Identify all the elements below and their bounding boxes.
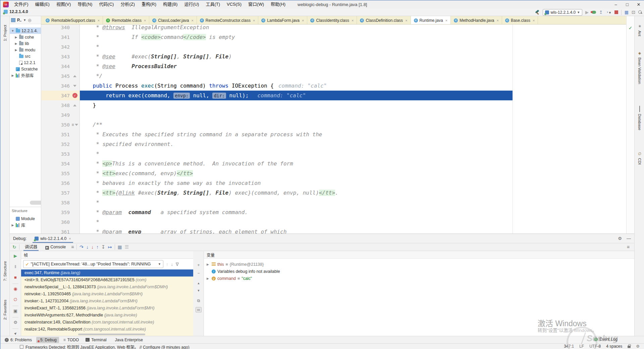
gutter-cell[interactable]: 344	[41, 61, 80, 71]
drop-frame-icon[interactable]: ↧	[101, 245, 105, 249]
tool-stripe-project[interactable]: 1: Project	[3, 25, 7, 41]
gear-icon[interactable]: ⚙	[636, 344, 640, 349]
step-over-icon[interactable]: ↷	[79, 245, 84, 249]
gutter-marker[interactable]	[70, 75, 80, 77]
menu-item[interactable]: 工具(T)	[202, 0, 223, 8]
breadcrumb[interactable]: 12.2.1.4.0	[4, 9, 28, 14]
frames-variables-splitter[interactable]: + − ▲ ▼ ⧉ ∞	[193, 251, 204, 336]
stack-frame[interactable]: createInstance:149, ClassDefinition (com…	[21, 319, 193, 326]
debug-settings-icon[interactable]: ⚙	[618, 236, 622, 241]
code-line-342[interactable]: 342 *	[41, 42, 626, 52]
tool-stripe-bean-validation[interactable]: ◈Bean Validation	[635, 50, 644, 84]
structure-item-Module[interactable]: Module	[10, 215, 41, 222]
menu-item[interactable]: 运行(U)	[181, 0, 202, 8]
evaluate-icon[interactable]: ▦	[118, 245, 122, 249]
code-editor[interactable]: 340 * @throws IllegalArgumentException34…	[41, 24, 626, 234]
close-icon[interactable]: ×	[496, 18, 498, 22]
tool-stripe-ant[interactable]: ✳Ant	[635, 23, 644, 36]
maximize-button[interactable]: □	[622, 0, 633, 8]
code-line-350[interactable]: 350≡ /**	[41, 120, 626, 130]
locate-icon[interactable]: ◎	[28, 18, 31, 22]
gutter-cell[interactable]: 349	[41, 110, 80, 120]
code-line-353[interactable]: 353 *	[41, 149, 626, 159]
tree-item-src[interactable]: src	[10, 53, 41, 59]
gutter-cell[interactable]: 352	[41, 139, 80, 149]
run-config-select[interactable]: wls-12.2.1.4.0 ▼	[543, 9, 582, 16]
tool-button-6-problems[interactable]: !6: Problems	[2, 337, 34, 343]
close-icon[interactable]: ×	[533, 18, 535, 22]
structure-item-库[interactable]: ▶库	[10, 222, 41, 228]
menu-item[interactable]: 重构(R)	[138, 0, 160, 8]
menu-item[interactable]: 视图(V)	[53, 0, 74, 8]
file-tab-RemoteConstructor.class[interactable]: CRemoteConstructor.class×	[197, 16, 259, 24]
variable-row[interactable]: ▶this = {Runtime@21138}	[204, 261, 634, 268]
debug-session-tab[interactable]: wls-12.2.1.4.0 ×	[33, 234, 73, 243]
tool-stripe-favorites[interactable]: 2: Favorites	[3, 300, 7, 320]
tab-console[interactable]: ▶Console	[43, 243, 68, 251]
prev-frame-icon[interactable]: ↑	[166, 262, 168, 267]
tree-scrollbar[interactable]	[30, 201, 41, 205]
menu-item[interactable]: 帮助(H)	[267, 0, 289, 8]
file-tab-MethodHandle.java[interactable]: CMethodHandle.java×	[451, 16, 502, 24]
tool-button-java-enterprise[interactable]: Java Enterprise	[111, 337, 145, 343]
code-line-341[interactable]: 341 * If <code>command</code> is empty	[41, 32, 626, 42]
tool-stripe-structure[interactable]: 7: Structure	[3, 261, 7, 281]
menu-item[interactable]: 分析(Z)	[117, 0, 138, 8]
scroll-up-icon[interactable]: ▲	[193, 282, 204, 285]
code-line-354[interactable]: 354 * <p>This is a convenience method. A…	[41, 159, 626, 168]
close-icon[interactable]: ×	[352, 18, 354, 22]
gutter-cell[interactable]: 358	[41, 198, 80, 207]
file-tab-Base.class[interactable]: CBase.class×	[502, 16, 538, 24]
tool-button-terminal[interactable]: >_Terminal	[83, 337, 109, 343]
close-icon[interactable]: ×	[445, 18, 447, 22]
remove-watch-icon[interactable]: −	[193, 271, 204, 276]
fold-icon[interactable]	[75, 124, 78, 126]
tool-button-5-debug[interactable]: 5: Debug	[36, 337, 59, 343]
file-tab-RemotableSupport.class[interactable]: CRemotableSupport.class×	[43, 16, 103, 24]
code-line-360[interactable]: 360 *	[41, 217, 626, 227]
fold-icon[interactable]	[73, 85, 76, 87]
infinity-toggle-icon[interactable]: ∞	[196, 307, 202, 312]
tool-button-todo[interactable]: ≡TODO	[61, 337, 81, 343]
stack-frame[interactable]: exec:347, Runtime (java.lang)	[21, 269, 193, 277]
tree-item-外部库[interactable]: ▶外部库	[10, 72, 41, 79]
profiler-icon[interactable]: ◔▼	[606, 10, 611, 14]
menu-item[interactable]: 构建(B)	[160, 0, 181, 8]
file-tab-Remotable.class[interactable]: IRemotable.class×	[103, 16, 149, 24]
gutter-cell[interactable]: 360	[41, 217, 80, 227]
tree-item-12.2.1[interactable]: 12.2.1	[10, 59, 41, 66]
menu-item[interactable]: VCS(S)	[223, 0, 245, 8]
restore-layout-icon[interactable]: ≡	[627, 245, 630, 249]
gutter-cell[interactable]: 348	[41, 100, 80, 110]
stack-frame[interactable]: reinvoke:-1, 1392503465 (java.lang.invok…	[21, 291, 193, 298]
close-icon[interactable]: ×	[302, 18, 304, 22]
gutter-cell[interactable]: 345	[41, 71, 80, 81]
add-watch-icon[interactable]: +	[193, 263, 204, 267]
gutter-cell[interactable]: 354	[41, 159, 80, 168]
tree-item-lib[interactable]: ▶lib	[10, 40, 41, 47]
gutter-cell[interactable]: 340	[41, 24, 80, 32]
build-icon[interactable]	[535, 10, 540, 15]
gutter-cell[interactable]: 353	[41, 149, 80, 159]
menu-item[interactable]: 导航(N)	[74, 0, 96, 8]
gutter-marker[interactable]	[70, 85, 80, 87]
gutter-cell[interactable]: 342	[41, 42, 80, 52]
code-line-348[interactable]: 348 }	[41, 100, 626, 110]
scroll-down-icon[interactable]: ▼	[193, 289, 204, 292]
code-line-357[interactable]: 357 * <tt>{@link #exec(String, String[],…	[41, 188, 626, 198]
stop-icon[interactable]: ■	[10, 275, 21, 280]
tree-item-Scratche[interactable]: Scratche	[10, 66, 41, 72]
gutter-cell[interactable]: 346	[41, 81, 80, 91]
debug-gear-icon[interactable]: ⚙	[10, 320, 21, 325]
gutter-cell[interactable]: 359	[41, 207, 80, 217]
gutter-cell[interactable]: 361	[41, 227, 80, 234]
code-line-352[interactable]: 352 * specified environment.	[41, 139, 626, 149]
code-line-340[interactable]: 340 * @throws IllegalArgumentException	[41, 24, 626, 32]
coverage-icon[interactable]: ↥	[599, 10, 603, 14]
close-icon[interactable]: ×	[144, 18, 146, 22]
gutter-cell[interactable]: 347✓	[41, 91, 80, 100]
breakpoint-icon[interactable]: ✓	[72, 93, 77, 98]
gutter-cell[interactable]: 343	[41, 52, 80, 61]
file-tab-ClassIdentity.class[interactable]: CClassIdentity.class×	[307, 16, 357, 24]
layout-icon[interactable]: ▦	[625, 10, 629, 14]
